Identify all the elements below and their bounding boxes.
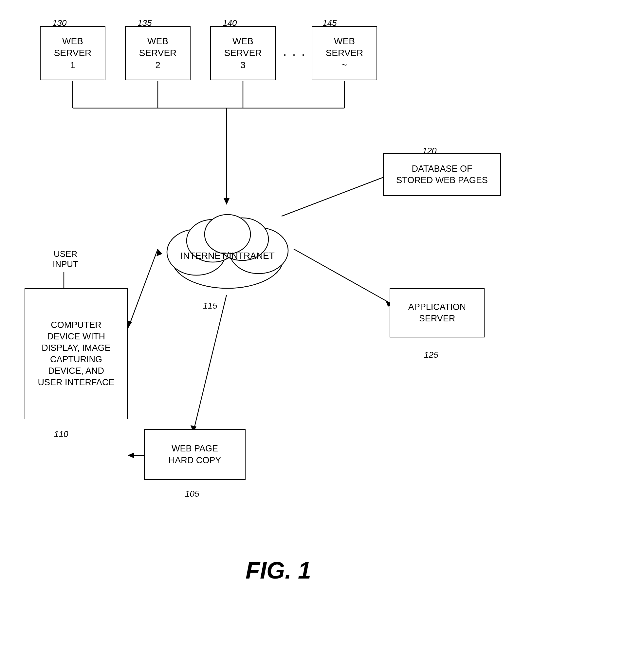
computer-device-box: COMPUTERDEVICE WITHDISPLAY, IMAGECAPTURI… — [24, 288, 128, 419]
web-server-2-box: WEBSERVER2 — [125, 26, 191, 80]
app-server-box: APPLICATIONSERVER — [390, 288, 485, 337]
svg-marker-15 — [128, 452, 134, 458]
ref-105: 105 — [185, 489, 199, 499]
svg-line-12 — [294, 249, 393, 305]
diagram: 130 135 140 145 WEBSERVER1 WEBSERVER2 WE… — [0, 0, 644, 666]
user-input-label: USERINPUT — [42, 249, 88, 269]
ref-115: 115 — [203, 301, 217, 311]
database-box: DATABASE OFSTORED WEB PAGES — [383, 153, 501, 196]
ref-110: 110 — [54, 429, 68, 439]
web-server-1-box: WEBSERVER1 — [40, 26, 105, 80]
svg-point-25 — [204, 214, 250, 254]
ref-125: 125 — [424, 350, 438, 360]
svg-text:INTERNET/INTRANET: INTERNET/INTRANET — [180, 251, 275, 261]
web-server-n-box: WEBSERVER~ — [312, 26, 377, 80]
fig-label: FIG. 1 — [229, 557, 327, 584]
web-server-3-box: WEBSERVER3 — [210, 26, 276, 80]
ellipsis-label: · · · — [283, 48, 306, 61]
web-page-hard-copy-box: WEB PAGEHARD COPY — [144, 429, 246, 480]
internet-cloud: INTERNET/INTRANET — [154, 193, 301, 295]
svg-line-18 — [193, 295, 227, 433]
svg-line-9 — [128, 249, 158, 328]
